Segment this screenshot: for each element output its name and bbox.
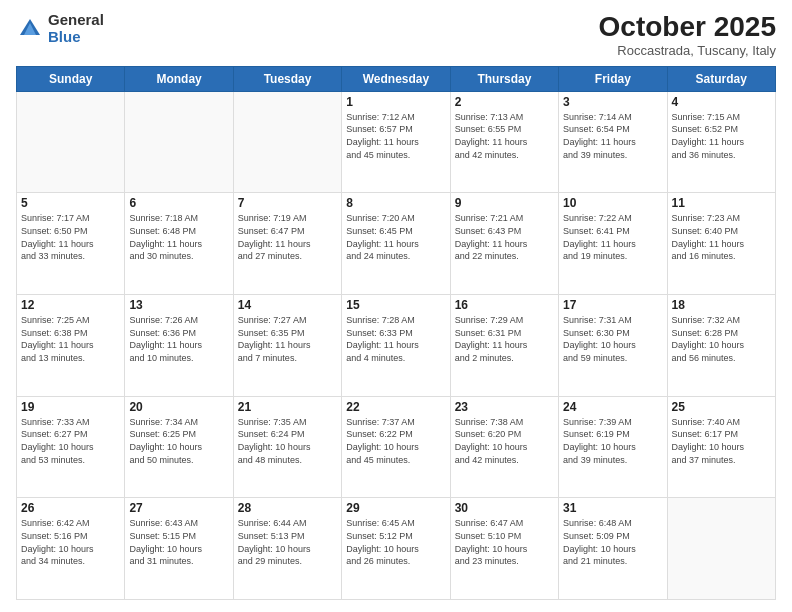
calendar-cell: 24Sunrise: 7:39 AM Sunset: 6:19 PM Dayli… bbox=[559, 396, 667, 498]
day-number: 21 bbox=[238, 400, 337, 414]
calendar-cell: 2Sunrise: 7:13 AM Sunset: 6:55 PM Daylig… bbox=[450, 91, 558, 193]
day-number: 5 bbox=[21, 196, 120, 210]
day-header-friday: Friday bbox=[559, 66, 667, 91]
day-number: 9 bbox=[455, 196, 554, 210]
day-info: Sunrise: 7:12 AM Sunset: 6:57 PM Dayligh… bbox=[346, 111, 445, 161]
calendar-cell: 7Sunrise: 7:19 AM Sunset: 6:47 PM Daylig… bbox=[233, 193, 341, 295]
day-info: Sunrise: 7:21 AM Sunset: 6:43 PM Dayligh… bbox=[455, 212, 554, 262]
day-header-tuesday: Tuesday bbox=[233, 66, 341, 91]
day-number: 19 bbox=[21, 400, 120, 414]
calendar-cell: 11Sunrise: 7:23 AM Sunset: 6:40 PM Dayli… bbox=[667, 193, 775, 295]
day-number: 2 bbox=[455, 95, 554, 109]
calendar-cell: 22Sunrise: 7:37 AM Sunset: 6:22 PM Dayli… bbox=[342, 396, 450, 498]
day-info: Sunrise: 7:14 AM Sunset: 6:54 PM Dayligh… bbox=[563, 111, 662, 161]
calendar-cell: 8Sunrise: 7:20 AM Sunset: 6:45 PM Daylig… bbox=[342, 193, 450, 295]
day-info: Sunrise: 6:45 AM Sunset: 5:12 PM Dayligh… bbox=[346, 517, 445, 567]
calendar-cell: 29Sunrise: 6:45 AM Sunset: 5:12 PM Dayli… bbox=[342, 498, 450, 600]
day-number: 12 bbox=[21, 298, 120, 312]
day-info: Sunrise: 6:47 AM Sunset: 5:10 PM Dayligh… bbox=[455, 517, 554, 567]
day-number: 10 bbox=[563, 196, 662, 210]
day-info: Sunrise: 7:32 AM Sunset: 6:28 PM Dayligh… bbox=[672, 314, 771, 364]
calendar-cell bbox=[667, 498, 775, 600]
day-number: 27 bbox=[129, 501, 228, 515]
calendar-cell bbox=[125, 91, 233, 193]
header-right: October 2025 Roccastrada, Tuscany, Italy bbox=[599, 12, 776, 58]
day-number: 22 bbox=[346, 400, 445, 414]
calendar-cell: 16Sunrise: 7:29 AM Sunset: 6:31 PM Dayli… bbox=[450, 295, 558, 397]
logo: General Blue bbox=[16, 12, 104, 45]
day-number: 16 bbox=[455, 298, 554, 312]
day-header-monday: Monday bbox=[125, 66, 233, 91]
calendar-cell: 9Sunrise: 7:21 AM Sunset: 6:43 PM Daylig… bbox=[450, 193, 558, 295]
day-info: Sunrise: 7:19 AM Sunset: 6:47 PM Dayligh… bbox=[238, 212, 337, 262]
week-row-2: 12Sunrise: 7:25 AM Sunset: 6:38 PM Dayli… bbox=[17, 295, 776, 397]
day-info: Sunrise: 7:22 AM Sunset: 6:41 PM Dayligh… bbox=[563, 212, 662, 262]
calendar-cell: 20Sunrise: 7:34 AM Sunset: 6:25 PM Dayli… bbox=[125, 396, 233, 498]
day-header-thursday: Thursday bbox=[450, 66, 558, 91]
calendar-cell bbox=[17, 91, 125, 193]
calendar-cell: 10Sunrise: 7:22 AM Sunset: 6:41 PM Dayli… bbox=[559, 193, 667, 295]
day-number: 13 bbox=[129, 298, 228, 312]
logo-blue-text: Blue bbox=[48, 29, 104, 46]
day-info: Sunrise: 7:39 AM Sunset: 6:19 PM Dayligh… bbox=[563, 416, 662, 466]
days-header-row: SundayMondayTuesdayWednesdayThursdayFrid… bbox=[17, 66, 776, 91]
calendar-cell: 28Sunrise: 6:44 AM Sunset: 5:13 PM Dayli… bbox=[233, 498, 341, 600]
calendar-cell: 14Sunrise: 7:27 AM Sunset: 6:35 PM Dayli… bbox=[233, 295, 341, 397]
day-number: 4 bbox=[672, 95, 771, 109]
day-number: 8 bbox=[346, 196, 445, 210]
week-row-4: 26Sunrise: 6:42 AM Sunset: 5:16 PM Dayli… bbox=[17, 498, 776, 600]
day-info: Sunrise: 6:42 AM Sunset: 5:16 PM Dayligh… bbox=[21, 517, 120, 567]
day-number: 30 bbox=[455, 501, 554, 515]
logo-text: General Blue bbox=[48, 12, 104, 45]
day-info: Sunrise: 7:33 AM Sunset: 6:27 PM Dayligh… bbox=[21, 416, 120, 466]
day-info: Sunrise: 7:20 AM Sunset: 6:45 PM Dayligh… bbox=[346, 212, 445, 262]
day-number: 24 bbox=[563, 400, 662, 414]
day-number: 14 bbox=[238, 298, 337, 312]
day-number: 25 bbox=[672, 400, 771, 414]
day-info: Sunrise: 7:37 AM Sunset: 6:22 PM Dayligh… bbox=[346, 416, 445, 466]
calendar-cell: 1Sunrise: 7:12 AM Sunset: 6:57 PM Daylig… bbox=[342, 91, 450, 193]
week-row-3: 19Sunrise: 7:33 AM Sunset: 6:27 PM Dayli… bbox=[17, 396, 776, 498]
calendar-cell: 19Sunrise: 7:33 AM Sunset: 6:27 PM Dayli… bbox=[17, 396, 125, 498]
calendar-cell: 13Sunrise: 7:26 AM Sunset: 6:36 PM Dayli… bbox=[125, 295, 233, 397]
calendar-cell: 26Sunrise: 6:42 AM Sunset: 5:16 PM Dayli… bbox=[17, 498, 125, 600]
calendar-cell bbox=[233, 91, 341, 193]
day-info: Sunrise: 7:13 AM Sunset: 6:55 PM Dayligh… bbox=[455, 111, 554, 161]
calendar-cell: 12Sunrise: 7:25 AM Sunset: 6:38 PM Dayli… bbox=[17, 295, 125, 397]
day-header-sunday: Sunday bbox=[17, 66, 125, 91]
calendar-cell: 6Sunrise: 7:18 AM Sunset: 6:48 PM Daylig… bbox=[125, 193, 233, 295]
day-number: 3 bbox=[563, 95, 662, 109]
day-info: Sunrise: 6:43 AM Sunset: 5:15 PM Dayligh… bbox=[129, 517, 228, 567]
day-header-saturday: Saturday bbox=[667, 66, 775, 91]
calendar-cell: 18Sunrise: 7:32 AM Sunset: 6:28 PM Dayli… bbox=[667, 295, 775, 397]
day-header-wednesday: Wednesday bbox=[342, 66, 450, 91]
calendar-cell: 25Sunrise: 7:40 AM Sunset: 6:17 PM Dayli… bbox=[667, 396, 775, 498]
day-number: 1 bbox=[346, 95, 445, 109]
day-info: Sunrise: 7:27 AM Sunset: 6:35 PM Dayligh… bbox=[238, 314, 337, 364]
day-info: Sunrise: 7:34 AM Sunset: 6:25 PM Dayligh… bbox=[129, 416, 228, 466]
day-number: 31 bbox=[563, 501, 662, 515]
day-info: Sunrise: 7:25 AM Sunset: 6:38 PM Dayligh… bbox=[21, 314, 120, 364]
day-info: Sunrise: 7:29 AM Sunset: 6:31 PM Dayligh… bbox=[455, 314, 554, 364]
calendar-cell: 23Sunrise: 7:38 AM Sunset: 6:20 PM Dayli… bbox=[450, 396, 558, 498]
day-info: Sunrise: 6:44 AM Sunset: 5:13 PM Dayligh… bbox=[238, 517, 337, 567]
location: Roccastrada, Tuscany, Italy bbox=[599, 43, 776, 58]
day-info: Sunrise: 7:23 AM Sunset: 6:40 PM Dayligh… bbox=[672, 212, 771, 262]
calendar-cell: 30Sunrise: 6:47 AM Sunset: 5:10 PM Dayli… bbox=[450, 498, 558, 600]
day-info: Sunrise: 6:48 AM Sunset: 5:09 PM Dayligh… bbox=[563, 517, 662, 567]
page: General Blue October 2025 Roccastrada, T… bbox=[0, 0, 792, 612]
week-row-0: 1Sunrise: 7:12 AM Sunset: 6:57 PM Daylig… bbox=[17, 91, 776, 193]
day-info: Sunrise: 7:28 AM Sunset: 6:33 PM Dayligh… bbox=[346, 314, 445, 364]
calendar: SundayMondayTuesdayWednesdayThursdayFrid… bbox=[16, 66, 776, 600]
day-info: Sunrise: 7:31 AM Sunset: 6:30 PM Dayligh… bbox=[563, 314, 662, 364]
day-info: Sunrise: 7:15 AM Sunset: 6:52 PM Dayligh… bbox=[672, 111, 771, 161]
logo-icon bbox=[16, 15, 44, 43]
day-number: 26 bbox=[21, 501, 120, 515]
calendar-cell: 31Sunrise: 6:48 AM Sunset: 5:09 PM Dayli… bbox=[559, 498, 667, 600]
calendar-cell: 5Sunrise: 7:17 AM Sunset: 6:50 PM Daylig… bbox=[17, 193, 125, 295]
calendar-cell: 3Sunrise: 7:14 AM Sunset: 6:54 PM Daylig… bbox=[559, 91, 667, 193]
week-row-1: 5Sunrise: 7:17 AM Sunset: 6:50 PM Daylig… bbox=[17, 193, 776, 295]
day-number: 7 bbox=[238, 196, 337, 210]
header: General Blue October 2025 Roccastrada, T… bbox=[16, 12, 776, 58]
day-number: 29 bbox=[346, 501, 445, 515]
